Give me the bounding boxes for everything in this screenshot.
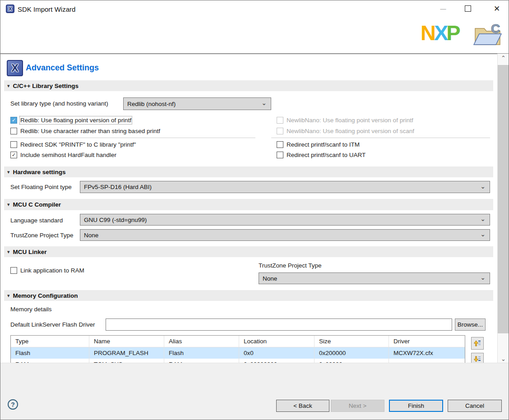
checkbox-redlib-float-printf[interactable]: ✓ Redlib: Use floating point version of … [10, 115, 131, 125]
separator [10, 138, 255, 138]
collapse-icon: ▾ [7, 202, 10, 208]
collapse-icon: ▾ [7, 169, 10, 175]
collapse-icon: ▾ [7, 83, 10, 89]
cell-alias: Flash [164, 347, 239, 359]
cancel-button[interactable]: Cancel [448, 400, 502, 412]
section-title: Hardware settings [13, 169, 66, 175]
checkbox-label: Redirect printf/scanf to UART [287, 152, 366, 158]
checkbox-box [277, 117, 283, 124]
selected-value: None [263, 275, 277, 282]
checkbox-label: NewlibNano: Use floating point version o… [287, 128, 414, 134]
checkbox-label: NewlibNano: Use floating point version o… [287, 117, 413, 124]
chevron-down-icon: ⌄ [480, 231, 486, 238]
checkbox-box[interactable] [10, 267, 17, 274]
memory-details-label: Memory details [10, 306, 52, 313]
vertical-scrollbar[interactable]: ⌃ ⌄ [497, 54, 509, 363]
checkbox-box[interactable]: ✓ [10, 117, 17, 124]
section-mcu-c-compiler[interactable]: ▾ MCU C Compiler [4, 199, 493, 210]
nxp-logo: NXP [421, 22, 460, 43]
page-title: Advanced Settings [26, 63, 99, 73]
selected-value: GNU C99 (-std=gnu99) [84, 217, 147, 223]
checkbox-label: Redirect SDK "PRINTF" to C library "prin… [20, 141, 136, 148]
selected-value: Redlib (nohost-nf) [127, 101, 176, 107]
checkbox-redirect-itm[interactable]: Redirect printf/scanf to ITM [277, 140, 360, 149]
column-header: Location [239, 336, 315, 347]
separator [271, 138, 490, 138]
scroll-down-button[interactable]: ⌄ [498, 355, 509, 363]
checkbox-semihost-hardfault[interactable]: ✓ Include semihost HardFault handler [10, 150, 116, 159]
cell-driver: MCXW72X.cfx [389, 347, 465, 359]
next-button[interactable]: Next > [331, 400, 384, 412]
checkbox-newlibnano-scanf: NewlibNano: Use floating point version o… [277, 126, 414, 135]
scroll-up-button[interactable]: ⌃ [498, 54, 509, 62]
section-title: Memory Configuration [13, 292, 78, 299]
finish-button[interactable]: Finish [389, 400, 443, 412]
collapse-icon: ▾ [7, 249, 10, 255]
checkbox-label: Redlib: Use floating point version of pr… [20, 117, 131, 124]
column-header: Type [11, 336, 89, 347]
column-header: Name [89, 336, 164, 347]
nxp-logo-letter-x: X [434, 21, 448, 45]
minimize-button[interactable]: — [437, 2, 449, 15]
checkbox-newlibnano-printf: NewlibNano: Use floating point version o… [277, 115, 413, 125]
help-button[interactable]: ? [8, 399, 18, 410]
window-title: SDK Import Wizard [18, 5, 75, 13]
checkbox-box[interactable] [277, 152, 283, 158]
move-up-button[interactable] [471, 337, 484, 350]
collapse-icon: ▾ [7, 293, 10, 299]
nxp-logo-letter-p: P [446, 21, 460, 45]
cell-name: PROGRAM_FLASH [89, 347, 164, 359]
checkbox-redirect-uart[interactable]: Redirect printf/scanf to UART [277, 150, 366, 159]
library-type-select[interactable]: Redlib (nohost-nf) ⌄ [123, 97, 271, 110]
move-up-icon [473, 339, 481, 347]
table-row[interactable]: Flash PROGRAM_FLASH Flash 0x0 0x200000 M… [11, 347, 465, 359]
chevron-down-icon: ⌄ [261, 99, 267, 106]
section-library-settings[interactable]: ▾ C/C++ Library Settings [4, 80, 493, 91]
selected-value: None [84, 232, 98, 239]
column-header: Alias [164, 336, 239, 347]
close-button[interactable]: ✕ [491, 2, 503, 15]
flash-driver-input[interactable] [106, 318, 452, 331]
checkbox-redirect-sdk-printf[interactable]: Redirect SDK "PRINTF" to C library "prin… [10, 140, 136, 149]
checkbox-label: Link application to RAM [20, 267, 84, 274]
checkbox-label: Redlib: Use character rather than string… [20, 128, 160, 134]
app-icon: X [6, 5, 14, 13]
cell-type: Flash [11, 347, 89, 359]
compiler-trustzone-select[interactable]: None ⌄ [80, 229, 490, 241]
section-hardware-settings[interactable]: ▾ Hardware settings [4, 166, 493, 177]
column-header: Size [315, 336, 389, 347]
scrollbar-thumb[interactable] [498, 65, 509, 333]
move-down-icon [473, 355, 481, 363]
section-title: MCU C Compiler [13, 201, 61, 208]
table-header-row: Type Name Alias Location Size Driver [11, 336, 465, 347]
language-standard-select[interactable]: GNU C99 (-std=gnu99) ⌄ [80, 214, 490, 226]
checkbox-box[interactable]: ✓ [10, 152, 17, 158]
banner-divider [0, 53, 509, 54]
flash-driver-label: Default LinkServer Flash Driver [10, 321, 95, 328]
linker-trustzone-label: TrustZone Project Type [259, 262, 322, 269]
nxp-logo-letter-n: N [421, 21, 435, 45]
chevron-down-icon: ⌄ [480, 183, 486, 190]
checkbox-box[interactable] [10, 141, 17, 148]
selected-value: FPv5-SP-D16 (Hard ABI) [84, 184, 152, 190]
footer-bar: ? < Back Next > Finish Cancel [0, 363, 509, 420]
section-title: C/C++ Library Settings [13, 83, 79, 89]
section-mcu-linker[interactable]: ▾ MCU Linker [4, 246, 493, 257]
column-header: Driver [389, 336, 465, 347]
c-project-folder-icon: C [472, 21, 504, 47]
section-memory-configuration[interactable]: ▾ Memory Configuration [4, 290, 493, 301]
section-title: MCU Linker [13, 249, 47, 255]
sdk-import-wizard-window: X SDK Import Wizard — ✕ NXP C X Advanced… [0, 0, 509, 420]
checkbox-redlib-char-printf[interactable]: Redlib: Use character rather than string… [10, 126, 160, 135]
chevron-down-icon: ⌄ [480, 215, 486, 222]
back-button[interactable]: < Back [276, 400, 329, 412]
checkbox-box[interactable] [277, 141, 283, 148]
linker-trustzone-select[interactable]: None ⌄ [259, 272, 490, 284]
language-standard-label: Language standard [10, 217, 63, 224]
maximize-button[interactable] [465, 5, 471, 12]
browse-button[interactable]: Browse... [455, 318, 486, 331]
floating-point-select[interactable]: FPv5-SP-D16 (Hard ABI) ⌄ [80, 181, 490, 193]
chevron-down-icon: ⌄ [480, 274, 486, 281]
checkbox-link-to-ram[interactable]: Link application to RAM [10, 266, 84, 275]
checkbox-box[interactable] [10, 128, 17, 134]
